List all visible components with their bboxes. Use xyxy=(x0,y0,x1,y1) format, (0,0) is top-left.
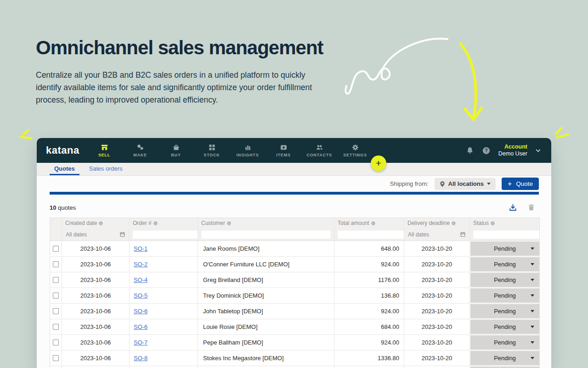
nav-item-items[interactable]: ITEMS xyxy=(266,144,301,157)
amount-cell: 1176.00 xyxy=(334,272,404,288)
order-cell: SO-4 xyxy=(130,272,198,288)
order-filter-input[interactable] xyxy=(132,230,198,239)
amount-filter-cell xyxy=(334,228,404,241)
nav-item-stock[interactable]: STOCK xyxy=(194,144,230,157)
help-button[interactable]: ? xyxy=(482,146,491,155)
order-link[interactable]: SO-5 xyxy=(134,292,147,299)
status-dropdown[interactable]: Pending xyxy=(470,320,539,334)
create-new-button[interactable]: + xyxy=(371,155,386,171)
deadline-filter-cell: All dates xyxy=(404,228,470,241)
header-checkbox-cell xyxy=(50,218,62,228)
column-header-order[interactable]: Order # i xyxy=(130,218,198,228)
row-checkbox[interactable] xyxy=(53,277,59,283)
order-link[interactable]: SO-6 xyxy=(134,308,147,315)
customer-cell: Pepe Ballham [DEMO] xyxy=(198,335,334,350)
calendar-icon xyxy=(119,231,125,237)
column-header-delivery-deadline[interactable]: Delivery deadline i xyxy=(404,218,470,228)
customer-filter-input[interactable] xyxy=(201,230,331,239)
hero-section: Omnichannel sales management Centralize … xyxy=(36,37,357,106)
row-checkbox[interactable] xyxy=(53,261,59,267)
customer-cell: O'Conner Furniture LLC [DEMO] xyxy=(198,257,334,272)
row-checkbox[interactable] xyxy=(53,246,59,252)
caret-down-icon xyxy=(531,326,534,328)
amount-value: 924.00 xyxy=(381,339,399,346)
deadline-filter[interactable]: All dates xyxy=(404,231,469,238)
row-checkbox-cell xyxy=(50,288,62,303)
nav-item-label: CONTACTS xyxy=(306,153,332,157)
amount-value: 1336.80 xyxy=(378,355,399,362)
row-checkbox[interactable] xyxy=(53,324,59,330)
deadline-cell: 2023-10-20 xyxy=(404,304,470,319)
nav-item-settings[interactable]: SETTINGS xyxy=(337,144,373,157)
info-icon: i xyxy=(153,221,158,225)
account-menu[interactable]: Account Demo User xyxy=(498,144,527,157)
add-quote-button[interactable]: + Quote xyxy=(502,178,539,190)
created-date-value: 2023-10-06 xyxy=(80,323,111,330)
table-row: 2023-10-06 SO-8 Stokes Inc Megastore [DE… xyxy=(50,351,539,366)
order-link[interactable]: SO-1 xyxy=(134,245,147,252)
created-date-filter[interactable]: All dates xyxy=(62,231,129,238)
tab-sales-orders[interactable]: Sales orders xyxy=(85,163,127,175)
nav-item-label: ITEMS xyxy=(276,153,291,157)
order-link[interactable]: SO-2 xyxy=(134,261,147,268)
download-button[interactable] xyxy=(509,203,517,212)
svg-text:?: ? xyxy=(485,148,487,153)
delete-button[interactable] xyxy=(527,203,535,212)
status-dropdown[interactable]: Pending xyxy=(470,288,539,303)
column-header-status[interactable]: Status i xyxy=(470,218,539,228)
nav-item-make[interactable]: MAKE xyxy=(122,144,158,157)
status-dropdown[interactable]: Pending xyxy=(470,273,539,287)
amount-cell: 1336.80 xyxy=(334,351,404,366)
column-header-total-amount[interactable]: Total amount i xyxy=(334,218,404,228)
amount-cell: 924.00 xyxy=(334,304,404,319)
status-dropdown[interactable]: Pending xyxy=(470,335,539,350)
order-link[interactable]: SO-7 xyxy=(134,339,147,346)
notifications-button[interactable] xyxy=(466,146,474,155)
deadline-value: 2023-10-20 xyxy=(422,261,452,268)
column-header-customer[interactable]: Customer i xyxy=(198,218,334,228)
nav-item-buy[interactable]: BUY xyxy=(158,144,194,157)
status-value: Pending xyxy=(494,323,516,330)
customer-cell: Stokes Inc Megastore [DEMO] xyxy=(198,351,334,366)
deadline-cell: 2023-10-20 xyxy=(404,351,470,366)
nav-item-sell[interactable]: SELL xyxy=(86,144,122,157)
deadline-value: 2023-10-20 xyxy=(422,245,452,252)
status-filter-input[interactable] xyxy=(473,230,539,239)
row-checkbox[interactable] xyxy=(53,339,59,345)
order-cell: SO-5 xyxy=(130,288,198,303)
status-dropdown[interactable]: Pending xyxy=(470,304,539,318)
nav-item-label: BUY xyxy=(171,153,181,157)
status-filter-cell xyxy=(470,228,539,241)
row-checkbox[interactable] xyxy=(53,355,59,361)
nav-item-insights[interactable]: INSIGHTS xyxy=(230,144,266,157)
tab-quotes[interactable]: Quotes xyxy=(50,163,79,175)
order-link[interactable]: SO-8 xyxy=(134,355,147,362)
order-link[interactable]: SO-6 xyxy=(134,323,147,330)
tab-label: Sales orders xyxy=(89,165,123,172)
status-dropdown[interactable]: Pending xyxy=(470,242,539,256)
amount-value: 648.00 xyxy=(381,245,399,252)
status-dropdown[interactable]: Pending xyxy=(470,257,539,271)
customer-value: O'Conner Furniture LLC [DEMO] xyxy=(203,261,289,268)
column-header-created-date[interactable]: Created date i xyxy=(62,218,130,228)
status-dropdown[interactable]: Pending xyxy=(470,351,539,365)
order-link[interactable]: SO-4 xyxy=(134,276,147,283)
location-selector[interactable]: All locations xyxy=(435,178,496,190)
row-checkbox[interactable] xyxy=(53,308,59,314)
customer-cell: Jane Rooms [DEMO] xyxy=(198,241,334,256)
account-chevron[interactable] xyxy=(535,148,541,154)
amount-cell: 684.00 xyxy=(334,319,404,334)
gear-icon xyxy=(351,144,359,151)
status-value: Pending xyxy=(494,292,516,299)
navbar-right: ? Account Demo User xyxy=(466,144,551,157)
row-checkbox[interactable] xyxy=(53,293,59,299)
row-checkbox-cell xyxy=(50,257,62,272)
order-filter-cell xyxy=(130,228,198,241)
amount-cell xyxy=(334,366,404,368)
nav-item-contacts[interactable]: CONTACTS xyxy=(301,144,337,157)
table-row: 2023-10-06 SO-5 Trey Dominick [DEMO] 136… xyxy=(50,288,539,304)
status-cell: Pending xyxy=(470,257,539,272)
amount-filter-input[interactable] xyxy=(337,230,404,239)
created-date-cell: 2023-10-06 xyxy=(62,272,130,288)
plus-icon: + xyxy=(376,158,381,169)
